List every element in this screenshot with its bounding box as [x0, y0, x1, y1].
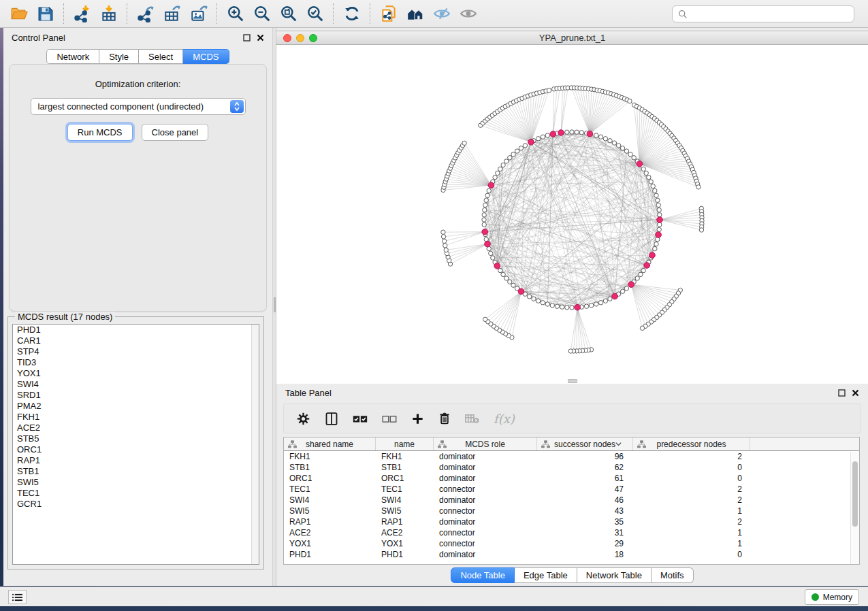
- list-item[interactable]: GCR1: [13, 499, 259, 510]
- tab-edge-table[interactable]: Edge Table: [515, 567, 577, 583]
- list-item[interactable]: TID3: [13, 357, 259, 368]
- node-table[interactable]: shared name name MCDS role successor nod…: [283, 437, 860, 565]
- table-row[interactable]: SWI4SWI4dominator462: [284, 495, 859, 506]
- import-network-icon: [74, 5, 91, 22]
- run-mcds-button[interactable]: Run MCDS: [67, 124, 133, 141]
- table-scrollbar[interactable]: [850, 452, 859, 564]
- toolbar-separator: [370, 3, 370, 24]
- tab-node-table[interactable]: Node Table: [451, 567, 515, 583]
- criterion-dropdown[interactable]: largest connected component (undirected): [31, 98, 246, 115]
- column-header-mcds-role[interactable]: MCDS role: [434, 437, 537, 450]
- list-item[interactable]: YOX1: [13, 368, 259, 379]
- export-image-icon: [190, 5, 208, 22]
- column-header-successor-nodes[interactable]: successor nodes: [537, 437, 633, 450]
- table-row[interactable]: ORC1ORC1dominator610: [284, 473, 859, 484]
- first-neighbors-button[interactable]: [402, 2, 428, 25]
- list-item[interactable]: FKH1: [13, 412, 259, 423]
- list-item[interactable]: SRD1: [13, 390, 259, 401]
- minimize-window-icon[interactable]: [296, 34, 304, 42]
- list-scrollbar[interactable]: [251, 325, 259, 564]
- float-panel-icon[interactable]: [838, 389, 846, 397]
- hide-selected-button[interactable]: [428, 2, 455, 25]
- deselect-all-button[interactable]: [382, 414, 397, 424]
- column-header-shared-name[interactable]: shared name: [284, 437, 376, 450]
- zoom-fit-icon: [280, 5, 298, 22]
- close-panel-icon[interactable]: [257, 34, 264, 42]
- memory-status-icon: [811, 593, 819, 601]
- list-item[interactable]: STB1: [13, 466, 259, 477]
- tab-motifs[interactable]: Motifs: [652, 567, 694, 583]
- network-graph[interactable]: [276, 45, 868, 384]
- toolbar-separator: [333, 3, 334, 24]
- tab-network-table[interactable]: Network Table: [577, 567, 652, 583]
- zoom-selected-button[interactable]: [302, 2, 328, 25]
- open-file-button[interactable]: [5, 2, 32, 25]
- import-table-button[interactable]: [95, 2, 122, 25]
- list-item[interactable]: PMA2: [13, 401, 259, 412]
- list-item[interactable]: ACE2: [13, 423, 259, 433]
- mcds-result-list[interactable]: PHD1 CAR1 STP4 TID3 YOX1 SWI4 SRD1 PMA2 …: [12, 324, 259, 565]
- export-table-button[interactable]: [159, 2, 185, 25]
- table-toolbar: f(x): [283, 403, 861, 433]
- close-panel-icon[interactable]: [852, 389, 859, 397]
- tab-network[interactable]: Network: [46, 49, 99, 64]
- list-item[interactable]: TEC1: [13, 488, 259, 499]
- list-item[interactable]: STB5: [13, 433, 259, 444]
- function-builder-button[interactable]: f(x): [494, 412, 515, 426]
- search-field[interactable]: [672, 5, 854, 22]
- table-row[interactable]: FKH1FKH1dominator962: [284, 451, 859, 462]
- tab-mcds[interactable]: MCDS: [183, 49, 229, 64]
- show-all-button[interactable]: [455, 2, 481, 25]
- table-row[interactable]: TEC1TEC1connector472: [284, 484, 859, 495]
- close-window-icon[interactable]: [283, 34, 291, 42]
- list-item[interactable]: STP4: [13, 346, 259, 357]
- splitter-grip: [274, 297, 276, 312]
- column-header-name[interactable]: name: [376, 437, 434, 450]
- search-input[interactable]: [692, 9, 854, 19]
- canvas-splitter-grip[interactable]: [568, 379, 577, 383]
- select-all-button[interactable]: [353, 414, 368, 424]
- float-panel-icon[interactable]: [243, 34, 251, 42]
- column-header-predecessor-nodes[interactable]: predecessor nodes: [633, 437, 750, 450]
- table-panel-title: Table Panel: [285, 388, 332, 398]
- table-row[interactable]: SWI5SWI5connector431: [284, 506, 859, 516]
- table-row[interactable]: PHD1PHD1dominator180: [284, 549, 859, 560]
- attribute-icon: [288, 440, 297, 448]
- task-history-button[interactable]: [8, 590, 27, 604]
- table-row[interactable]: STB1STB1dominator620: [284, 462, 859, 473]
- export-network-button[interactable]: [132, 2, 159, 25]
- delete-table-button[interactable]: [465, 413, 479, 425]
- zoom-in-button[interactable]: [222, 2, 248, 25]
- table-mode-button[interactable]: [296, 412, 310, 426]
- zoom-out-button[interactable]: [248, 2, 275, 25]
- tab-select[interactable]: Select: [139, 49, 183, 64]
- import-network-button[interactable]: [69, 2, 95, 25]
- table-row[interactable]: RAP1RAP1dominator352: [284, 516, 859, 527]
- close-panel-button[interactable]: Close panel: [142, 124, 209, 141]
- maximize-window-icon[interactable]: [309, 34, 317, 42]
- list-item[interactable]: RAP1: [13, 455, 259, 466]
- export-image-button[interactable]: [185, 2, 212, 25]
- table-row[interactable]: YOX1YOX1connector291: [284, 538, 859, 549]
- network-title-bar[interactable]: YPA_prune.txt_1: [276, 31, 868, 45]
- attribute-icon: [637, 440, 646, 448]
- list-item[interactable]: PHD1: [13, 325, 259, 335]
- delete-columns-button[interactable]: [438, 412, 451, 425]
- scrollbar-thumb[interactable]: [852, 461, 858, 527]
- list-item[interactable]: SWI5: [13, 477, 259, 488]
- new-network-from-selection-button[interactable]: [375, 2, 402, 25]
- add-column-button[interactable]: [411, 412, 424, 425]
- list-item[interactable]: SWI4: [13, 379, 259, 390]
- table-row[interactable]: ACE2ACE2connector311: [284, 527, 859, 538]
- memory-button[interactable]: Memory: [805, 589, 859, 605]
- show-columns-button[interactable]: [325, 412, 338, 426]
- tab-style[interactable]: Style: [99, 49, 139, 64]
- list-item[interactable]: CAR1: [13, 335, 259, 346]
- control-panel: Control Panel Network Style Select MCDS …: [3, 28, 272, 586]
- dropdown-stepper-icon: [230, 100, 244, 113]
- save-session-button[interactable]: [32, 2, 59, 25]
- zoom-fit-button[interactable]: [275, 2, 302, 25]
- table-header-row: shared name name MCDS role successor nod…: [284, 437, 859, 451]
- list-item[interactable]: ORC1: [13, 444, 259, 455]
- refresh-view-button[interactable]: [338, 2, 365, 25]
